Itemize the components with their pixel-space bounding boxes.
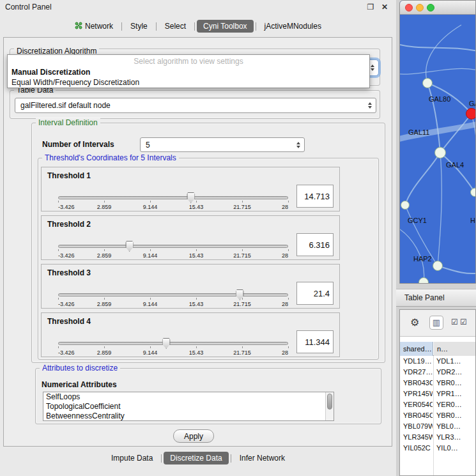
threshold-1-slider-track[interactable] (58, 196, 288, 199)
tab-style[interactable]: Style (124, 20, 154, 33)
tab-impute-data[interactable]: Impute Data (105, 452, 159, 464)
close-window-icon[interactable]: ✕ (380, 2, 390, 12)
cell-name[interactable]: YIL0… (436, 443, 475, 454)
tick-label: 9.144 (143, 301, 158, 307)
threshold-3-slider[interactable]: -3.426 2.859 9.144 15.43 21.715 28 (58, 289, 288, 309)
dropdown-placeholder-item: Select algorithm to view settings (8, 55, 369, 67)
cell-name[interactable]: YBL0… (436, 421, 475, 432)
cell-shared-name[interactable]: YDR27… (403, 367, 433, 378)
cell-shared-name[interactable]: YBR043C (403, 378, 433, 388)
column-divider (433, 356, 434, 475)
list-scrollbar[interactable] (325, 392, 334, 420)
cell-name[interactable]: YBR0… (436, 410, 475, 421)
cell-name[interactable]: YDR2… (436, 367, 475, 378)
cell-shared-name[interactable]: YIL052C (403, 443, 433, 454)
zoom-traffic-light-button[interactable] (427, 4, 434, 12)
network-icon (75, 22, 82, 31)
node-label-truncated: GA (469, 100, 476, 107)
combo-stepper-icon[interactable] (296, 142, 300, 148)
column-selector-icon[interactable]: ▥ (429, 316, 443, 330)
interval-definition-group-title: Interval Definition (36, 118, 100, 127)
cell-shared-name[interactable]: YBL079W (403, 421, 433, 432)
table-row[interactable]: YDL19…YDL1… (400, 356, 475, 367)
table-data-combobox[interactable]: galFiltered.sif default node (15, 98, 376, 113)
minimize-traffic-light-button[interactable] (416, 4, 424, 12)
network-node[interactable] (401, 201, 410, 210)
cell-shared-name[interactable]: YDL19… (403, 356, 433, 367)
threshold-4-label: Threshold 4 (47, 317, 91, 326)
slider-tickmarks (58, 201, 289, 203)
table-body: YDL19…YDL1… YDR27…YDR2… YBR043CYBR0… YPR… (400, 356, 475, 475)
cell-shared-name[interactable]: YBR045C (403, 410, 433, 421)
tab-cyni-toolbox[interactable]: Cyni Toolbox (197, 20, 253, 33)
node-label-gal4: GAL4 (446, 161, 464, 169)
table-row[interactable]: YER054CYER0… (400, 399, 475, 410)
network-node[interactable] (470, 188, 476, 197)
tab-jactivemnodules[interactable]: jActiveMNodules (258, 20, 328, 33)
node-label-truncated: H (470, 217, 475, 224)
cell-name[interactable]: YBR0… (436, 378, 475, 388)
table-row[interactable]: YBR043CYBR0… (400, 378, 475, 388)
node-label-gcy1: GCY1 (408, 217, 427, 224)
tab-separator (161, 454, 162, 463)
threshold-2-value-field[interactable]: 6.316 (296, 233, 334, 256)
cell-name[interactable]: YLR3… (436, 432, 475, 443)
threshold-4-value-field[interactable]: 11.344 (296, 330, 334, 353)
cell-shared-name[interactable]: YLR345W (403, 432, 433, 443)
apply-button[interactable]: Apply (173, 429, 214, 443)
table-row[interactable]: YLR345WYLR3… (400, 432, 475, 443)
threshold-1-value-field[interactable]: 14.713 (296, 185, 334, 208)
network-node[interactable] (418, 277, 429, 284)
combo-stepper-icon[interactable] (371, 65, 374, 71)
tick-label: 9.144 (143, 349, 158, 356)
threshold-1-slider[interactable]: -3.426 2.859 9.144 15.43 21.715 28 (58, 192, 288, 211)
tab-network[interactable]: Network (68, 20, 119, 33)
tab-discretize-data-label: Discretize Data (170, 454, 222, 463)
table-row[interactable]: YPR145WYPR1… (400, 388, 475, 399)
network-node[interactable] (422, 78, 433, 88)
close-traffic-light-button[interactable] (405, 4, 413, 12)
threshold-2-slider[interactable]: -3.426 2.859 9.144 15.43 21.715 28 (58, 241, 288, 260)
number-of-intervals-value: 5 (146, 141, 150, 150)
cell-name[interactable]: YER0… (436, 399, 475, 410)
column-header-name[interactable]: n… (434, 342, 475, 356)
network-node-selected-red[interactable] (466, 108, 476, 119)
cell-name[interactable]: YPR1… (436, 388, 475, 399)
table-row[interactable]: YDR27…YDR2… (400, 367, 475, 378)
column-header-shared-name[interactable]: shared… (400, 342, 433, 356)
threshold-3-slider-track[interactable] (58, 293, 288, 296)
network-canvas[interactable]: GAL80 GA GAL11 GAL4 GCY1 H HAP2 (400, 15, 476, 284)
float-window-icon[interactable]: ❐ (365, 2, 376, 12)
table-row[interactable]: YBR045CYBR0… (400, 410, 475, 421)
list-item-topologicalcoefficient[interactable]: TopologicalCoefficient (43, 402, 334, 411)
combo-stepper-icon[interactable] (368, 102, 372, 109)
threshold-3-value-field[interactable]: 21.4 (296, 282, 334, 305)
checkbox-icon[interactable]: ☑ (460, 318, 467, 326)
cell-shared-name[interactable]: YPR145W (403, 388, 433, 399)
network-node[interactable] (433, 261, 443, 271)
table-toolbar: ⚙ ▥ ☑ ☑ (400, 310, 475, 337)
tab-separator (156, 22, 157, 31)
checkbox-icon[interactable]: ☑ (451, 318, 458, 326)
node-label-hap2: HAP2 (413, 255, 432, 263)
table-row[interactable]: YIL052CYIL0… (400, 443, 475, 454)
gear-icon[interactable]: ⚙ (410, 317, 419, 328)
panel-title: Control Panel (5, 3, 52, 12)
dropdown-option-manual-discretization[interactable]: Manual Discretization (8, 67, 369, 77)
threshold-4-slider-track[interactable] (58, 342, 288, 345)
tab-infer-network[interactable]: Infer Network (233, 452, 291, 464)
list-item-selfloops[interactable]: SelfLoops (43, 392, 334, 402)
list-item-betweennesscentrality[interactable]: BetweennessCentrality (43, 411, 334, 421)
network-node[interactable] (434, 147, 446, 158)
tick-label: 15.43 (189, 349, 204, 356)
tab-discretize-data[interactable]: Discretize Data (164, 452, 228, 464)
tab-select[interactable]: Select (158, 20, 192, 33)
cell-name[interactable]: YDL1… (436, 356, 475, 367)
list-scrollbar-thumb[interactable] (327, 394, 332, 410)
threshold-4-slider[interactable]: -3.426 2.859 9.144 15.43 21.715 28 (58, 338, 288, 357)
threshold-2-slider-track[interactable] (58, 245, 288, 248)
table-row[interactable]: YBL079WYBL0… (400, 421, 475, 432)
cell-shared-name[interactable]: YER054C (403, 399, 433, 410)
dropdown-option-equal-width-frequency[interactable]: Equal Width/Frequency Discretization (8, 77, 369, 88)
number-of-intervals-combobox[interactable]: 5 (140, 137, 305, 152)
